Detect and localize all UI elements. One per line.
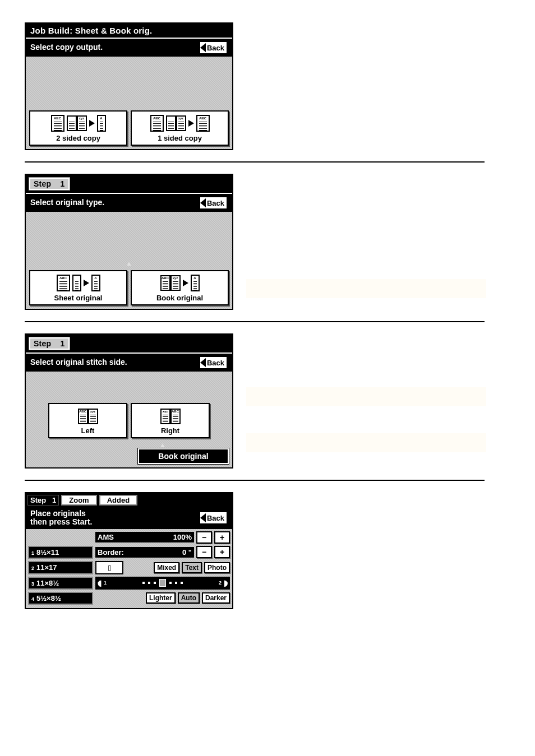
ams-minus-button[interactable]: −: [196, 531, 212, 544]
sheet-original-button[interactable]: ABC A Sheet original: [29, 270, 127, 305]
right-stitch-button[interactable]: xyzABC Right: [131, 403, 210, 438]
back-button[interactable]: Back: [199, 196, 228, 210]
book-original-footer-tab[interactable]: Book original: [138, 448, 229, 464]
page-a-icon: A: [191, 275, 200, 291]
photo-button[interactable]: Photo: [204, 562, 230, 573]
slider-tick: [175, 582, 177, 584]
border-value: 0 ": [182, 548, 192, 556]
settings-grid: AMS 100% − + 18½×11 Border: 0 " − + 211×…: [26, 529, 232, 608]
lighter-button[interactable]: Lighter: [146, 592, 176, 604]
sub-bar: Place originals then press Start. Back: [26, 507, 232, 529]
screen-copy-output: Job Build: Sheet & Book orig. Select cop…: [25, 22, 233, 150]
option-row: ABC A Sheet original ABCxyz A Book origi…: [26, 267, 232, 309]
back-button[interactable]: Back: [199, 356, 228, 369]
density-slider-track[interactable]: [109, 579, 216, 587]
option-row: ABC xyz A 2 sided copy ABC xyz ABC 1 sid…: [26, 107, 232, 149]
annotation-band: [246, 279, 486, 298]
subtitle: Select original type.: [30, 198, 104, 207]
slider-thumb[interactable]: [159, 579, 166, 587]
step-number: 1: [52, 496, 56, 504]
ams-row: AMS 100% − +: [95, 531, 230, 544]
title-bar: Job Build: Sheet & Book orig.: [26, 24, 232, 38]
border-plus-button[interactable]: +: [214, 546, 230, 558]
screen-place-originals: Step 1 Zoom Added Place originals then p…: [25, 492, 233, 609]
border-label: Border:: [98, 548, 124, 556]
book-original-button[interactable]: ABCxyz A Book original: [131, 270, 229, 305]
icon-row: ABC xyz A: [33, 115, 124, 132]
left-stitch-button[interactable]: ABCxyz Left: [48, 403, 127, 438]
slider-tick: [154, 582, 156, 584]
subtitle: Place originals then press Start.: [30, 509, 92, 527]
top-tabs: Step 1 Zoom Added: [26, 493, 232, 507]
icon-row: ABCxyz A: [134, 275, 225, 291]
darker-button[interactable]: Darker: [202, 592, 230, 604]
option-label: Left: [52, 426, 124, 435]
two-sided-copy-button[interactable]: ABC xyz A 2 sided copy: [29, 110, 127, 146]
slider-tick: [169, 582, 172, 584]
slider-num-right: 2: [219, 580, 222, 586]
icon-row: ABCxyz: [52, 409, 124, 424]
back-button[interactable]: Back: [199, 511, 228, 525]
ams-display: AMS 100%: [95, 532, 194, 542]
title-bar: Step 1: [26, 335, 232, 353]
zoom-tab[interactable]: Zoom: [61, 495, 96, 505]
mode-row: ▯ Mixed Text Photo: [95, 561, 230, 574]
divider: [25, 321, 485, 322]
triangle-up-icon: ▲: [26, 260, 232, 267]
slider-tick: [148, 582, 150, 584]
icon-row: xyzABC: [134, 409, 206, 424]
arrow-right-icon: [89, 120, 95, 127]
arrow-right-icon: [183, 280, 188, 286]
page-a-icon: A: [91, 275, 100, 291]
divider: [25, 480, 485, 481]
border-row: Border: 0 " − +: [95, 546, 230, 559]
auto-button[interactable]: Auto: [178, 592, 200, 604]
ams-plus-button[interactable]: +: [214, 531, 230, 544]
annotation-band: [246, 387, 486, 406]
screen-stitch-side: Step 1 Select original stitch side. Back…: [25, 333, 233, 469]
paper-size-4-button[interactable]: 45½×8½: [28, 592, 93, 605]
ams-value: 100%: [173, 533, 192, 541]
border-display: Border: 0 ": [95, 547, 194, 558]
paper-size-2-button[interactable]: 211×17: [28, 561, 93, 574]
paper-size-label: 11×17: [36, 563, 57, 572]
text-button[interactable]: Text: [182, 562, 202, 573]
book-left-icon: ABCxyz: [78, 409, 98, 424]
book-icon: xyz: [166, 115, 186, 131]
book-right-icon: xyzABC: [160, 409, 181, 424]
sub-bar: Select original type. Back: [26, 193, 232, 212]
paper-empty-slot: [28, 531, 93, 544]
option-label: Book original: [134, 294, 225, 302]
border-minus-button[interactable]: −: [196, 546, 212, 558]
page-a-icon: A: [97, 115, 106, 132]
step-number: 1: [61, 339, 65, 348]
paper-size-label: 8½×11: [36, 548, 59, 556]
book-icon: xyz: [67, 115, 87, 131]
blank-area: [26, 212, 232, 262]
one-sided-copy-button[interactable]: ABC xyz ABC 1 sided copy: [131, 110, 229, 146]
option-label: Right: [134, 426, 206, 435]
page-iz-icon: [72, 275, 81, 291]
slider-tick: [142, 582, 145, 584]
slider-left-cap-icon: ◖: [98, 578, 102, 587]
sub-bar: Select original stitch side. Back: [26, 353, 232, 372]
paper-size-label: 5½×8½: [36, 594, 61, 602]
orientation-icon[interactable]: ▯: [95, 561, 123, 574]
mixed-button[interactable]: Mixed: [154, 562, 179, 573]
option-label: 1 sided copy: [134, 134, 225, 142]
page-abc-icon: ABC: [150, 115, 164, 132]
option-row: ABCxyz Left xyzABC Right: [26, 400, 232, 442]
annotation-band: [246, 433, 486, 452]
step-label: Step: [30, 496, 46, 504]
screen-original-type: Step 1 Select original type. Back ▲ ABC …: [25, 174, 233, 310]
added-tab[interactable]: Added: [99, 495, 137, 505]
paper-size-1-button[interactable]: 18½×11: [28, 546, 93, 559]
paper-size-3-button[interactable]: 311×8½: [28, 577, 93, 590]
triangle-up-icon: ▲: [93, 442, 232, 448]
blank-area: [26, 372, 232, 400]
step-number: 1: [61, 179, 65, 188]
subtitle: Select original stitch side.: [30, 358, 127, 367]
page-abc-icon: ABC: [57, 275, 70, 291]
density-slider-row: ◖ 1 2 ◗: [95, 577, 230, 590]
back-button[interactable]: Back: [199, 41, 228, 54]
